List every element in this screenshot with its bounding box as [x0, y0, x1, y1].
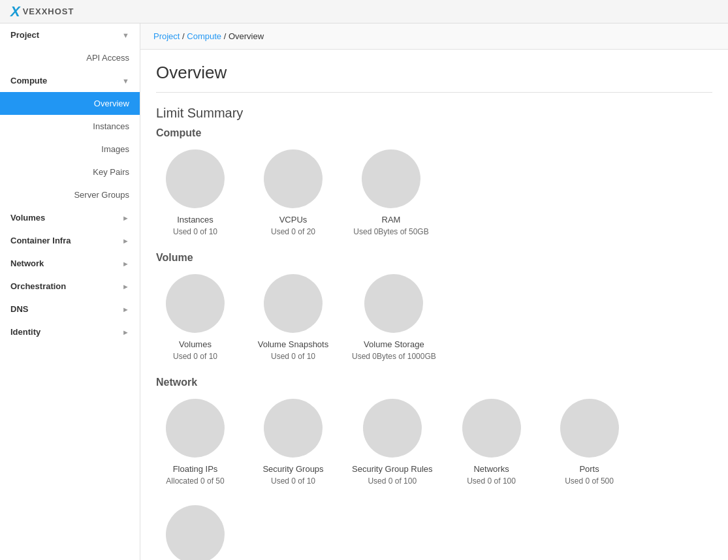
logo-x-icon: X [10, 3, 20, 20]
breadcrumb-current: Overview [229, 31, 264, 41]
sidebar-item-container-infra[interactable]: Container Infra ► [0, 229, 140, 252]
metric-value-ram: Used 0Bytes of 50GB [353, 227, 428, 236]
sidebar-item-orchestration[interactable]: Orchestration ► [0, 275, 140, 298]
sidebar-item-volumes[interactable]: Volumes ► [0, 206, 140, 229]
chevron-right-icon: ► [122, 305, 129, 313]
metric-security-group-rules: Security Group Rules Used 0 of 100 [352, 399, 433, 486]
volume-section-title: Volume [156, 252, 712, 264]
metric-label-ram: RAM [382, 215, 401, 225]
metric-routers: Routers Used 0 of 10 [156, 505, 234, 560]
metric-value-ports: Used 0 of 500 [565, 476, 614, 486]
network-section-title: Network [156, 377, 712, 388]
chevron-right-icon: ► [122, 214, 129, 222]
page-content: Overview Limit Summary Compute Instances… [140, 50, 728, 560]
metric-value-volume-snapshots: Used 0 of 10 [271, 352, 315, 361]
sidebar-item-server-groups[interactable]: Server Groups [0, 183, 140, 206]
metric-circle-vcpus [264, 149, 323, 208]
metric-label-security-groups: Security Groups [262, 464, 323, 474]
chevron-right-icon: ► [122, 283, 129, 290]
chevron-right-icon: ► [122, 237, 129, 245]
metric-circle-volume-snapshots [264, 274, 323, 333]
metric-circle-security-group-rules [363, 399, 422, 458]
metric-circle-networks [462, 399, 521, 458]
metric-vcpus: VCPUs Used 0 of 20 [254, 149, 332, 236]
logo: X VEXXHOST [10, 3, 74, 20]
main-layout: Project ▼ API Access Compute ▼ Overview … [0, 23, 728, 560]
metric-circle-ports [560, 399, 619, 458]
metric-instances: Instances Used 0 of 10 [156, 149, 234, 236]
chevron-down-icon: ▼ [122, 31, 129, 39]
chevron-right-icon: ► [122, 260, 129, 268]
metric-volume-storage: Volume Storage Used 0Bytes of 1000GB [352, 274, 436, 361]
breadcrumb-compute[interactable]: Compute [187, 31, 221, 41]
network-metrics-grid: Floating IPs Allocated 0 of 50 Security … [156, 399, 712, 560]
logo-text: VEXXHOST [23, 7, 74, 16]
chevron-down-icon: ▼ [122, 77, 129, 85]
metric-circle-instances [166, 149, 225, 208]
metric-security-groups: Security Groups Used 0 of 10 [254, 399, 332, 486]
limit-summary-title: Limit Summary [156, 106, 712, 121]
metric-circle-volumes [166, 274, 225, 333]
metric-value-security-groups: Used 0 of 10 [271, 476, 315, 486]
metric-label-instances: Instances [177, 215, 214, 225]
metric-ports: Ports Used 0 of 500 [550, 399, 629, 486]
sidebar-item-network[interactable]: Network ► [0, 252, 140, 275]
metric-value-floating-ips: Allocated 0 of 50 [166, 476, 224, 486]
metric-label-ports: Ports [579, 464, 599, 474]
metric-value-security-group-rules: Used 0 of 100 [368, 476, 417, 486]
metric-value-vcpus: Used 0 of 20 [271, 227, 315, 236]
metric-value-volume-storage: Used 0Bytes of 1000GB [352, 352, 436, 361]
sidebar-item-instances[interactable]: Instances [0, 115, 140, 138]
compute-section-title: Compute [156, 127, 712, 139]
page-title: Overview [156, 63, 712, 93]
metric-circle-floating-ips [166, 399, 225, 458]
breadcrumb: Project / Compute / Overview [140, 23, 728, 50]
metric-circle-security-groups [264, 399, 323, 458]
metric-label-floating-ips: Floating IPs [173, 464, 218, 474]
metric-label-security-group-rules: Security Group Rules [352, 464, 433, 474]
compute-metrics-grid: Instances Used 0 of 10 VCPUs Used 0 of 2… [156, 149, 712, 236]
metric-label-volume-storage: Volume Storage [364, 339, 424, 349]
metric-floating-ips: Floating IPs Allocated 0 of 50 [156, 399, 234, 486]
sidebar-item-key-pairs[interactable]: Key Pairs [0, 161, 140, 183]
metric-circle-volume-storage [364, 274, 423, 333]
content-area: Project / Compute / Overview Overview Li… [140, 23, 728, 560]
metric-circle-ram [362, 149, 420, 208]
metric-label-volume-snapshots: Volume Snapshots [258, 339, 328, 349]
breadcrumb-project[interactable]: Project [153, 31, 180, 41]
sidebar-item-identity[interactable]: Identity ► [0, 320, 140, 343]
sidebar-item-compute[interactable]: Compute ▼ [0, 69, 140, 92]
sidebar: Project ▼ API Access Compute ▼ Overview … [0, 23, 140, 560]
chevron-right-icon: ► [122, 328, 129, 336]
metric-value-networks: Used 0 of 100 [467, 476, 516, 486]
sidebar-item-overview[interactable]: Overview [0, 92, 140, 115]
metric-volume-snapshots: Volume Snapshots Used 0 of 10 [254, 274, 332, 361]
metric-ram: RAM Used 0Bytes of 50GB [352, 149, 430, 236]
metric-volumes: Volumes Used 0 of 10 [156, 274, 234, 361]
top-bar: X VEXXHOST [0, 0, 728, 23]
sidebar-item-api-access[interactable]: API Access [0, 46, 140, 69]
metric-label-volumes: Volumes [179, 339, 212, 349]
sidebar-item-dns[interactable]: DNS ► [0, 298, 140, 320]
metric-networks: Networks Used 0 of 100 [452, 399, 531, 486]
metric-value-volumes: Used 0 of 10 [173, 352, 217, 361]
metric-label-vcpus: VCPUs [279, 215, 308, 225]
metric-value-instances: Used 0 of 10 [173, 227, 217, 236]
metric-label-networks: Networks [473, 464, 509, 474]
metric-circle-routers [166, 505, 225, 560]
sidebar-item-project[interactable]: Project ▼ [0, 23, 140, 46]
volume-metrics-grid: Volumes Used 0 of 10 Volume Snapshots Us… [156, 274, 712, 361]
sidebar-item-images[interactable]: Images [0, 138, 140, 161]
